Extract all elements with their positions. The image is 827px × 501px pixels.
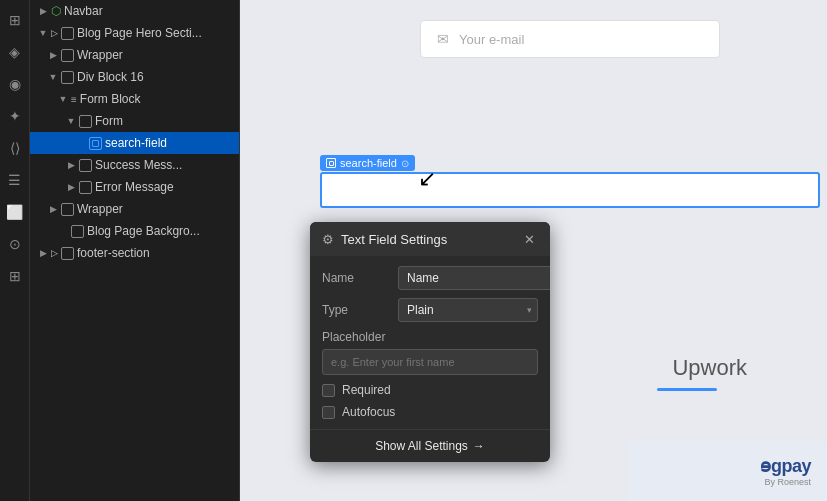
components-icon[interactable]: ◈ xyxy=(1,38,29,66)
box-blue-icon xyxy=(89,137,102,150)
box-icon xyxy=(61,247,74,260)
arrow-right-icon: → xyxy=(473,439,485,453)
caret-icon: ▶ xyxy=(38,6,48,16)
sidebar-item-blog-hero[interactable]: ▼ ▷ Blog Page Hero Secti... xyxy=(30,22,239,44)
search-field-tag: search-field ⊙ xyxy=(320,155,415,171)
email-bar: ✉ Your e-mail xyxy=(420,20,720,58)
name-label: Name xyxy=(322,271,390,285)
autofocus-checkbox[interactable] xyxy=(322,406,335,419)
caret-icon: ▼ xyxy=(48,72,58,82)
sidebar-item-searchfield[interactable]: search-field xyxy=(30,132,239,154)
sidebar-item-blog-bg[interactable]: Blog Page Backgro... xyxy=(30,220,239,242)
box-icon xyxy=(61,203,74,216)
caret-icon: ▶ xyxy=(48,204,58,214)
caret-icon: ▼ xyxy=(58,94,68,104)
box-icon xyxy=(79,181,92,194)
type-select-wrapper: Plain Email Password Phone Number ▾ xyxy=(398,298,538,322)
caret-icon: ▶ xyxy=(38,248,48,258)
placeholder-label: Placeholder xyxy=(322,330,538,344)
sidebar-item-label: Success Mess... xyxy=(95,158,182,172)
placeholder-section: Placeholder xyxy=(322,330,538,375)
brand-logo: ɘgpay xyxy=(760,455,811,477)
inner-box-icon xyxy=(92,140,99,147)
dialog-header: ⚙ Text Field Settings ✕ xyxy=(310,222,550,256)
sidebar-item-navbar[interactable]: ▶ ⬡ Navbar xyxy=(30,0,239,22)
main-canvas: ✉ Your e-mail search-field ⊙ ↙ Upwork ⚙ … xyxy=(240,0,827,501)
caret-icon: ▶ xyxy=(66,160,76,170)
sidebar-item-footer[interactable]: ▶ ▷ footer-section xyxy=(30,242,239,264)
sidebar-item-label: search-field xyxy=(105,136,167,150)
show-all-label: Show All Settings xyxy=(375,439,468,453)
required-checkbox[interactable] xyxy=(322,384,335,397)
pages-icon[interactable]: ☰ xyxy=(1,166,29,194)
triangle-icon: ▷ xyxy=(51,248,58,258)
sidebar-item-error[interactable]: ▶ Error Message xyxy=(30,176,239,198)
box-icon xyxy=(79,159,92,172)
text-field-settings-dialog: ⚙ Text Field Settings ✕ Name Type Plain … xyxy=(310,222,550,462)
sidebar-item-label: Blog Page Hero Secti... xyxy=(77,26,202,40)
assets-icon[interactable]: ◉ xyxy=(1,70,29,98)
search-input-display xyxy=(320,172,820,208)
grid-icon[interactable]: ⊞ xyxy=(1,262,29,290)
code-icon[interactable]: ⟨⟩ xyxy=(1,134,29,162)
box-icon xyxy=(61,27,74,40)
type-select[interactable]: Plain Email Password Phone Number xyxy=(398,298,538,322)
name-input[interactable] xyxy=(398,266,550,290)
upwork-label: Upwork xyxy=(672,355,747,381)
type-label: Type xyxy=(322,303,390,317)
caret-icon: ▶ xyxy=(66,182,76,192)
eggpay-badge: ɘgpay By Roenest xyxy=(760,455,811,487)
placeholder-input[interactable] xyxy=(322,349,538,375)
search-field-tag-label: search-field xyxy=(340,157,397,169)
sidebar-item-label: Form xyxy=(95,114,123,128)
sidebar-item-label: footer-section xyxy=(77,246,150,260)
image-icon[interactable]: ⬜ xyxy=(1,198,29,226)
autofocus-label: Autofocus xyxy=(342,405,395,419)
caret-icon: ▼ xyxy=(38,28,48,38)
type-field-row: Type Plain Email Password Phone Number ▾ xyxy=(322,298,538,322)
sidebar-item-success[interactable]: ▶ Success Mess... xyxy=(30,154,239,176)
sidebar-item-wrapper1[interactable]: ▶ Wrapper xyxy=(30,44,239,66)
box-icon xyxy=(79,115,92,128)
name-field-row: Name xyxy=(322,266,538,290)
users-icon[interactable]: ⊙ xyxy=(1,230,29,258)
autofocus-row: Autofocus xyxy=(322,405,538,419)
dialog-title: Text Field Settings xyxy=(341,232,447,247)
sidebar: ▶ ⬡ Navbar ▼ ▷ Blog Page Hero Secti... ▶… xyxy=(30,0,240,501)
dialog-body: Name Type Plain Email Password Phone Num… xyxy=(310,256,550,429)
tag-arrow-icon: ⊙ xyxy=(401,158,409,169)
required-label: Required xyxy=(342,383,391,397)
brand-sub: By Roenest xyxy=(760,477,811,487)
caret-icon: ▼ xyxy=(66,116,76,126)
sidebar-item-label: Div Block 16 xyxy=(77,70,144,84)
layers-icon[interactable]: ⊞ xyxy=(1,6,29,34)
dialog-footer: Show All Settings → xyxy=(310,429,550,462)
navbar-icon: ⬡ xyxy=(51,4,61,18)
sidebar-item-label: Form Block xyxy=(80,92,141,106)
sidebar-item-divblock16[interactable]: ▼ Div Block 16 xyxy=(30,66,239,88)
sidebar-item-label: Wrapper xyxy=(77,48,123,62)
show-all-settings-button[interactable]: Show All Settings → xyxy=(375,439,485,453)
sidebar-item-formblock[interactable]: ▼ ≡ Form Block xyxy=(30,88,239,110)
dialog-header-left: ⚙ Text Field Settings xyxy=(322,232,447,247)
required-row: Required xyxy=(322,383,538,397)
sidebar-item-label: Wrapper xyxy=(77,202,123,216)
blue-underline xyxy=(657,388,717,391)
lines-icon: ≡ xyxy=(71,94,77,105)
sidebar-item-wrapper2[interactable]: ▶ Wrapper xyxy=(30,198,239,220)
sidebar-item-form[interactable]: ▼ Form xyxy=(30,110,239,132)
email-placeholder: Your e-mail xyxy=(459,32,524,47)
triangle-icon: ▷ xyxy=(51,28,58,38)
bottom-logos: ɘgpay By Roenest xyxy=(627,441,827,501)
sf-box-icon xyxy=(326,158,336,168)
icon-rail: ⊞ ◈ ◉ ✦ ⟨⟩ ☰ ⬜ ⊙ ⊞ xyxy=(0,0,30,501)
box-icon xyxy=(61,49,74,62)
sidebar-item-label: Navbar xyxy=(64,4,103,18)
close-button[interactable]: ✕ xyxy=(520,230,538,248)
style-icon[interactable]: ✦ xyxy=(1,102,29,130)
gear-icon: ⚙ xyxy=(322,232,334,247)
box-icon xyxy=(71,225,84,238)
email-icon: ✉ xyxy=(437,31,449,47)
sidebar-item-label: Blog Page Backgro... xyxy=(87,224,200,238)
box-icon xyxy=(61,71,74,84)
